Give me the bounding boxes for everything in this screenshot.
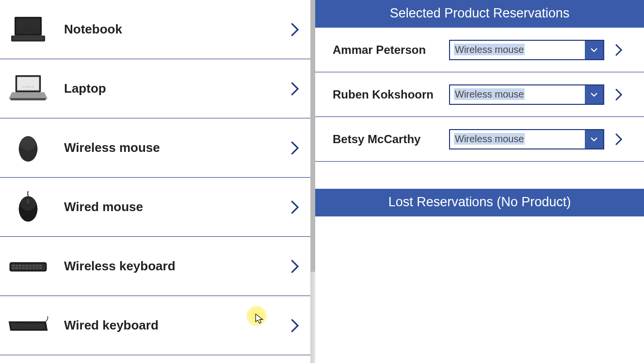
product-row-wireless-mouse[interactable]: SAMPLEDO NOT REUSE Wireless mouse [0, 118, 310, 178]
reservation-product-select[interactable]: Wireless mouse [449, 84, 604, 105]
select-value: Wireless mouse [450, 44, 585, 55]
product-thumb-wireless-mouse: SAMPLEDO NOT REUSE [4, 129, 52, 167]
app-root: SAMPLEDO NOT REUSE Notebook SAMPLEDO NOT… [0, 0, 644, 363]
chevron-right-icon[interactable] [611, 132, 626, 147]
svg-rect-5 [17, 77, 39, 90]
chevron-down-icon [585, 85, 603, 104]
svg-rect-7 [10, 98, 46, 100]
product-row-wireless-keyboard[interactable]: SAMPLEDO NOT REUSE Wireless keyboard [0, 237, 310, 296]
chevron-right-icon[interactable] [611, 87, 626, 102]
svg-rect-28 [26, 267, 28, 269]
chevron-right-icon [286, 258, 303, 275]
svg-rect-26 [19, 267, 21, 269]
svg-rect-12 [27, 198, 29, 204]
svg-rect-1 [16, 18, 40, 34]
svg-rect-3 [13, 36, 44, 40]
product-thumb-laptop: SAMPLEDO NOT REUSE [4, 69, 52, 108]
chevron-right-icon [286, 21, 303, 38]
selected-reservations-header: Selected Product Reservations [315, 0, 644, 28]
chevron-right-icon [286, 199, 303, 215]
product-label: Notebook [52, 22, 286, 37]
reservation-row: Ammar Peterson Wireless mouse [315, 28, 644, 72]
svg-marker-6 [9, 92, 48, 99]
svg-rect-24 [12, 267, 15, 269]
svg-rect-31 [36, 267, 38, 269]
svg-rect-18 [22, 264, 25, 266]
svg-rect-25 [16, 267, 18, 269]
reservation-row: Ruben Kokshoorn Wireless mouse [315, 72, 644, 117]
svg-rect-23 [39, 264, 42, 266]
svg-rect-30 [32, 267, 35, 269]
svg-point-9 [20, 137, 36, 150]
product-row-laptop[interactable]: SAMPLEDO NOT REUSE Laptop [0, 59, 310, 118]
product-thumb-wired-keyboard: SAMPLEDO NOT REUSE [4, 306, 52, 345]
product-label: Wired mouse [52, 199, 286, 214]
svg-rect-32 [39, 267, 42, 269]
select-value: Wireless mouse [450, 89, 585, 100]
product-label: Wireless keyboard [52, 259, 286, 274]
lost-reservations-header: Lost Reservations (No Product) [315, 189, 644, 216]
svg-rect-22 [36, 264, 38, 266]
reservation-product-select[interactable]: Wireless mouse [449, 40, 604, 60]
reservation-product-select[interactable]: Wireless mouse [449, 129, 604, 149]
svg-rect-17 [19, 264, 21, 266]
reservation-name: Ruben Kokshoorn [333, 88, 449, 101]
svg-rect-29 [29, 267, 32, 269]
chevron-right-icon [286, 317, 303, 334]
product-row-wired-mouse[interactable]: SAMPLEDO NOT REUSE Wired mouse [0, 178, 310, 237]
product-label: Wireless mouse [52, 140, 286, 155]
svg-rect-19 [26, 264, 28, 266]
svg-rect-27 [22, 267, 25, 269]
product-row-wired-keyboard[interactable]: SAMPLEDO NOT REUSE Wired keyboard [0, 296, 310, 355]
product-label: Wired keyboard [52, 318, 286, 333]
product-list-panel: SAMPLEDO NOT REUSE Notebook SAMPLEDO NOT… [0, 0, 310, 363]
chevron-right-icon [286, 81, 303, 97]
reservations-panel: Selected Product Reservations Ammar Pete… [315, 0, 644, 363]
product-thumb-wireless-keyboard: SAMPLEDO NOT REUSE [4, 247, 52, 286]
scrollbar-thumb[interactable] [310, 0, 315, 272]
svg-marker-34 [10, 323, 46, 329]
chevron-down-icon [585, 130, 603, 148]
svg-rect-15 [12, 264, 15, 266]
svg-rect-20 [29, 264, 32, 266]
svg-rect-16 [16, 264, 18, 266]
product-thumb-wired-mouse: SAMPLEDO NOT REUSE [4, 188, 52, 227]
chevron-down-icon [585, 41, 603, 59]
spacer [315, 162, 644, 189]
reservation-name: Ammar Peterson [333, 43, 449, 57]
chevron-right-icon [286, 140, 303, 156]
reservation-row: Betsy McCarthy Wireless mouse [315, 117, 644, 162]
select-value: Wireless mouse [450, 133, 585, 145]
reservation-name: Betsy McCarthy [333, 132, 449, 146]
product-label: Laptop [52, 81, 286, 96]
product-row-notebook[interactable]: SAMPLEDO NOT REUSE Notebook [0, 0, 310, 59]
product-thumb-notebook: SAMPLEDO NOT REUSE [4, 10, 52, 49]
scrollbar[interactable] [310, 0, 315, 363]
svg-rect-21 [32, 264, 35, 266]
chevron-right-icon[interactable] [611, 43, 626, 57]
